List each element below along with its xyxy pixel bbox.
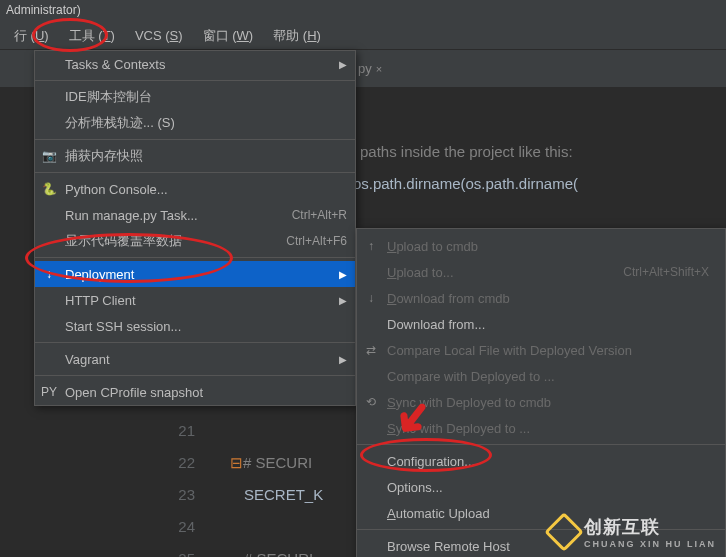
- separator: [35, 172, 355, 173]
- line-number: 23: [165, 479, 195, 511]
- chevron-right-icon: ▶: [339, 354, 347, 365]
- menu-icon: ↕: [41, 267, 57, 281]
- submenu-label: Compare with Deployed to ...: [387, 369, 555, 384]
- menu-item[interactable]: 分析堆栈轨迹... (S): [35, 110, 355, 136]
- submenu-item: ⟲Sync with Deployed to cmdb: [357, 389, 725, 415]
- menu-shortcut: Ctrl+Alt+F6: [286, 234, 347, 248]
- menu-item[interactable]: PYOpen CProfile snapshot: [35, 379, 355, 405]
- menu-item[interactable]: Start SSH session...: [35, 313, 355, 339]
- submenu-item: Compare with Deployed to ...: [357, 363, 725, 389]
- menu-tools[interactable]: 工具 (T): [59, 23, 125, 49]
- submenu-label: Upload to cmdb: [387, 239, 478, 254]
- chevron-right-icon: ▶: [339, 295, 347, 306]
- submenu-item: ⇄Compare Local File with Deployed Versio…: [357, 337, 725, 363]
- menu-run[interactable]: 行 (U): [4, 23, 59, 49]
- tools-dropdown: Tasks & Contexts▶IDE脚本控制台分析堆栈轨迹... (S)📷捕…: [34, 50, 356, 406]
- menu-bar: 行 (U) 工具 (T) VCS (S) 窗口 (W) 帮助 (H): [0, 22, 726, 50]
- menu-label: 显示代码覆盖率数据: [65, 232, 182, 250]
- code-25: # SECURI: [230, 543, 344, 557]
- submenu-label: Automatic Upload: [387, 506, 490, 521]
- submenu-label: Download from...: [387, 317, 485, 332]
- menu-label: IDE脚本控制台: [65, 88, 152, 106]
- menu-item[interactable]: HTTP Client▶: [35, 287, 355, 313]
- submenu-label: Compare Local File with Deployed Version: [387, 343, 632, 358]
- menu-shortcut: Ctrl+Alt+R: [292, 208, 347, 222]
- submenu-item[interactable]: Configuration...: [357, 448, 725, 474]
- menu-item[interactable]: IDE脚本控制台: [35, 84, 355, 110]
- submenu-item: Upload to...Ctrl+Alt+Shift+X: [357, 259, 725, 285]
- menu-label: Open CProfile snapshot: [65, 385, 203, 400]
- submenu-label: Upload to...: [387, 265, 454, 280]
- menu-icon: 🐍: [41, 182, 57, 196]
- menu-label: Deployment: [65, 267, 134, 282]
- menu-label: Python Console...: [65, 182, 168, 197]
- chevron-right-icon: ▶: [339, 59, 347, 70]
- submenu-item: ↓Download from cmdb: [357, 285, 725, 311]
- line-number: 25: [165, 543, 195, 557]
- window-title: Administrator): [6, 3, 81, 17]
- watermark-sub: CHUANG XIN HU LIAN: [584, 539, 716, 549]
- submenu-icon: ⟲: [363, 395, 379, 409]
- submenu-shortcut: Ctrl+Alt+Shift+X: [623, 265, 709, 279]
- chevron-right-icon: ▶: [339, 269, 347, 280]
- menu-icon: PY: [41, 385, 57, 399]
- menu-item[interactable]: ↕Deployment▶: [35, 261, 355, 287]
- menu-item[interactable]: 显示代码覆盖率数据Ctrl+Alt+F6: [35, 228, 355, 254]
- menu-label: Vagrant: [65, 352, 110, 367]
- separator: [35, 80, 355, 81]
- menu-item[interactable]: 📷捕获内存快照: [35, 143, 355, 169]
- separator: [35, 257, 355, 258]
- separator: [35, 342, 355, 343]
- submenu-item: ↑Upload to cmdb: [357, 233, 725, 259]
- menu-icon: 📷: [41, 149, 57, 163]
- menu-item[interactable]: Run manage.py Task...Ctrl+Alt+R: [35, 202, 355, 228]
- submenu-label: Sync with Deployed to cmdb: [387, 395, 551, 410]
- code-22: # SECURI: [243, 454, 312, 471]
- menu-help[interactable]: 帮助 (H): [263, 23, 331, 49]
- file-tab[interactable]: py ×: [350, 61, 390, 76]
- separator: [35, 375, 355, 376]
- line-number: 24: [165, 511, 195, 543]
- menu-label: Start SSH session...: [65, 319, 181, 334]
- submenu-label: Configuration...: [387, 454, 475, 469]
- line-number: 22: [165, 447, 195, 479]
- submenu-item[interactable]: Options...: [357, 474, 725, 500]
- code-block: ⊟# SECURI SECRET_K # SECURI DEBUG = True: [230, 415, 344, 557]
- menu-item[interactable]: 🐍Python Console...: [35, 176, 355, 202]
- separator: [357, 444, 725, 445]
- submenu-item: Sync with Deployed to ...: [357, 415, 725, 441]
- submenu-label: Sync with Deployed to ...: [387, 421, 530, 436]
- tab-label: py: [358, 61, 372, 76]
- code-23: SECRET_K: [230, 479, 344, 511]
- menu-label: 分析堆栈轨迹... (S): [65, 114, 175, 132]
- menu-window[interactable]: 窗口 (W): [193, 23, 264, 49]
- watermark-logo-icon: [544, 512, 584, 552]
- menu-label: 捕获内存快照: [65, 147, 143, 165]
- submenu-label: Browse Remote Host: [387, 539, 510, 554]
- submenu-label: Options...: [387, 480, 443, 495]
- separator: [35, 139, 355, 140]
- title-bar: Administrator): [0, 0, 726, 22]
- watermark: 创新互联 CHUANG XIN HU LIAN: [550, 515, 716, 549]
- submenu-icon: ↑: [363, 239, 379, 253]
- menu-vcs[interactable]: VCS (S): [125, 24, 193, 47]
- menu-label: Run manage.py Task...: [65, 208, 198, 223]
- submenu-item[interactable]: Download from...: [357, 311, 725, 337]
- menu-item[interactable]: Tasks & Contexts▶: [35, 51, 355, 77]
- close-icon[interactable]: ×: [376, 63, 382, 75]
- menu-item[interactable]: Vagrant▶: [35, 346, 355, 372]
- menu-label: HTTP Client: [65, 293, 136, 308]
- deployment-submenu: ↑Upload to cmdbUpload to...Ctrl+Alt+Shif…: [356, 228, 726, 557]
- line-gutter: 21 22 23 24 25 26: [165, 415, 195, 557]
- menu-label: Tasks & Contexts: [65, 57, 165, 72]
- watermark-brand: 创新互联: [584, 517, 660, 537]
- submenu-icon: ⇄: [363, 343, 379, 357]
- submenu-icon: ↓: [363, 291, 379, 305]
- submenu-label: Download from cmdb: [387, 291, 510, 306]
- line-number: 21: [165, 415, 195, 447]
